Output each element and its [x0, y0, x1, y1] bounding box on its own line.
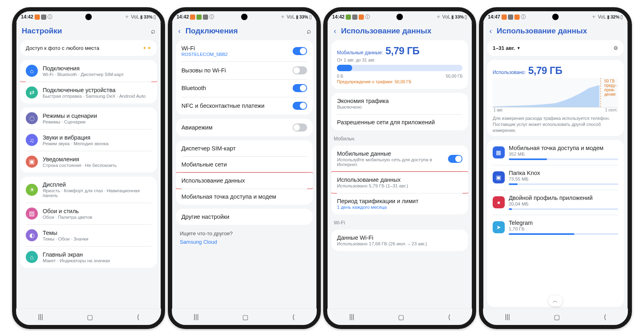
search-icon[interactable]: ⌕ — [151, 27, 155, 35]
back-icon[interactable]: ‹ — [489, 27, 493, 35]
toggle[interactable] — [293, 66, 307, 74]
settings-row[interactable]: ☀ Дисплей Яркость · Комфорт для глаз · Н… — [20, 177, 157, 203]
tray-icon: ⓘ — [365, 14, 370, 21]
nav-bar: ||| ▢ ⟨ — [16, 308, 161, 325]
settings-row[interactable]: ⌂ Подключения Wi-Fi · Bluetooth · Диспет… — [20, 60, 157, 82]
row-title: Подключения — [43, 65, 151, 72]
sparkle-icon: ✦✦ — [142, 45, 151, 51]
row-title: Использование данных — [337, 177, 462, 183]
nav-recents[interactable]: ||| — [349, 313, 354, 321]
app-name: Двойной профиль приложений — [509, 195, 618, 201]
wifi-icon: ᯤ — [592, 14, 597, 20]
gear-icon[interactable]: ⚙ — [613, 45, 618, 51]
app-usage-row[interactable]: ➤ Telegram 1,70 ГБ — [487, 215, 624, 240]
list-row[interactable]: Вызовы по Wi-Fi — [176, 62, 313, 79]
row-subtitle: Wi-Fi · Bluetooth · Диспетчер SIM-карт — [43, 72, 151, 77]
nav-back[interactable]: ⟨ — [448, 313, 450, 321]
nav-home[interactable]: ▢ — [242, 313, 248, 321]
list-row[interactable]: Авиарежим — [176, 119, 313, 136]
tray-icon — [190, 14, 195, 20]
nav-home[interactable]: ▢ — [87, 313, 93, 321]
nav-recents[interactable]: ||| — [194, 313, 198, 321]
usage-chart: 50 ГБ преду- преж- дение — [493, 78, 618, 106]
page-title: Настройки — [22, 27, 147, 35]
page-header: ‹ Использование данных — [483, 23, 628, 40]
list-row[interactable]: Данные Wi-FiИспользовано 17,68 ГБ (26 ию… — [331, 230, 468, 251]
search-more-link[interactable]: Samsung Cloud — [180, 239, 309, 245]
back-icon[interactable]: ‹ — [333, 27, 337, 35]
app-bar — [509, 233, 618, 235]
page-header: ‹ Использование данных — [327, 23, 472, 40]
row-icon: ♫ — [26, 134, 38, 146]
tray-icon — [502, 14, 507, 20]
period-selector[interactable]: 1–31 авг. ▼ — [493, 45, 520, 51]
settings-row[interactable]: ⇄ Подключенные устройства Быстрая отправ… — [20, 82, 157, 103]
usage-period: От 1 авг. до 31 авг. — [337, 58, 462, 62]
app-size: 20,04 МБ — [509, 201, 618, 206]
app-usage-row[interactable]: ▦ Мобильная точка доступа и модем 352 МБ — [487, 140, 624, 165]
list-row[interactable]: Мобильные данныеИспользуйте мобильную се… — [331, 146, 468, 172]
toggle[interactable] — [293, 123, 307, 132]
back-icon[interactable]: ‹ — [178, 27, 182, 35]
tray-icon — [359, 14, 364, 20]
row-subtitle: Строка состояния · Не беспокоить — [43, 163, 151, 168]
nav-home[interactable]: ▢ — [398, 313, 404, 321]
list-row[interactable]: Wi-FiROSTELECOM_5BB2 — [176, 40, 313, 62]
list-row[interactable]: Использование данныхИспользовано 5,79 ГБ… — [331, 171, 468, 193]
usage-value: 5,79 ГБ — [386, 45, 419, 57]
status-time: 14:42 — [332, 14, 345, 20]
app-usage-row[interactable]: ● Двойной профиль приложений 20,04 МБ — [487, 190, 624, 215]
nav-back[interactable]: ⟨ — [137, 313, 139, 321]
tray-icon — [203, 14, 208, 20]
list-row[interactable]: Мобильные сети — [176, 156, 313, 173]
settings-row[interactable]: ▣ Уведомления Строка состояния · Не бесп… — [20, 151, 157, 173]
phone-1-settings: 14:42 ⓘ ᯤ VoL ▮ 33% ▯ Настройки ⌕ Доступ… — [12, 7, 165, 329]
nav-back[interactable]: ⟨ — [604, 313, 606, 321]
app-usage-row[interactable]: ▣ Папка Knox 73,55 МБ — [487, 165, 624, 190]
row-title: Экономия трафика — [337, 98, 462, 104]
nav-back[interactable]: ⟨ — [292, 313, 295, 321]
list-row[interactable]: Использование данных — [176, 172, 313, 189]
toggle[interactable] — [293, 47, 307, 55]
tray-icon — [35, 14, 40, 20]
volte-icon: VoL — [598, 14, 606, 20]
wifi-icon: ᯤ — [437, 14, 442, 20]
status-bar: 14:42 ⓘ ᯤ VoL ▮ 33% ▯ — [16, 11, 161, 23]
nav-recents[interactable]: ||| — [38, 313, 43, 321]
bar-min: 0 Б — [337, 74, 343, 78]
list-row[interactable]: Bluetooth — [176, 79, 313, 97]
toggle[interactable] — [293, 102, 307, 110]
scroll-top-button[interactable]: ︿ — [548, 295, 563, 306]
nav-home[interactable]: ▢ — [554, 313, 560, 321]
promo-label: Доступ к фото с любого места — [26, 45, 99, 51]
search-icon[interactable]: ⌕ — [307, 27, 311, 35]
list-row[interactable]: Период тарификации и лимит1 день каждого… — [331, 193, 468, 214]
used-value: 5,79 ГБ — [528, 65, 562, 76]
battery-icon: ▯ — [309, 14, 312, 20]
row-title: Обои и стиль — [43, 208, 151, 214]
app-bar — [509, 183, 618, 185]
settings-row[interactable]: ⌂ Главный экран Макет · Индикаторы на зн… — [20, 246, 157, 268]
settings-row[interactable]: ◌ Режимы и сценарии Режимы · Сценарии — [20, 107, 157, 129]
list-row[interactable]: NFC и бесконтактные платежи — [176, 97, 313, 115]
settings-row[interactable]: ◐ Темы Темы · Обои · Значки — [20, 224, 157, 246]
app-name: Telegram — [509, 220, 618, 226]
toggle[interactable] — [293, 84, 307, 92]
app-name: Мобильная точка доступа и модем — [509, 145, 618, 151]
list-row[interactable]: Другие настройки — [176, 209, 313, 225]
chart-axis-left: 1 авг. — [493, 108, 503, 112]
search-more-label: Ищете что-то другое? — [180, 230, 309, 236]
toggle[interactable] — [448, 155, 462, 163]
settings-row[interactable]: ♫ Звуки и вибрация Режим звука · Мелодия… — [20, 129, 157, 151]
list-row[interactable]: Экономия трафикаВыключено — [331, 93, 468, 114]
page-title: Использование данных — [497, 27, 622, 35]
settings-row[interactable]: ▨ Обои и стиль Обои · Палитра цветов — [20, 203, 157, 224]
list-row[interactable]: Диспетчер SIM-карт — [176, 140, 313, 156]
phone-4-usage-detail: 14:47 ⓘ ᯤ VoL ▮ 32% ▯ ‹ Использование да… — [479, 7, 632, 329]
promo-card[interactable]: Доступ к фото с любого места ✦✦ — [20, 40, 157, 56]
signal-icon: ▮ — [296, 14, 299, 20]
list-row[interactable]: Разрешенные сети для приложений — [331, 114, 468, 130]
nav-recents[interactable]: ||| — [505, 313, 510, 321]
list-row[interactable]: Мобильная точка доступа и модем — [176, 189, 313, 205]
page-title: Подключения — [186, 27, 303, 35]
